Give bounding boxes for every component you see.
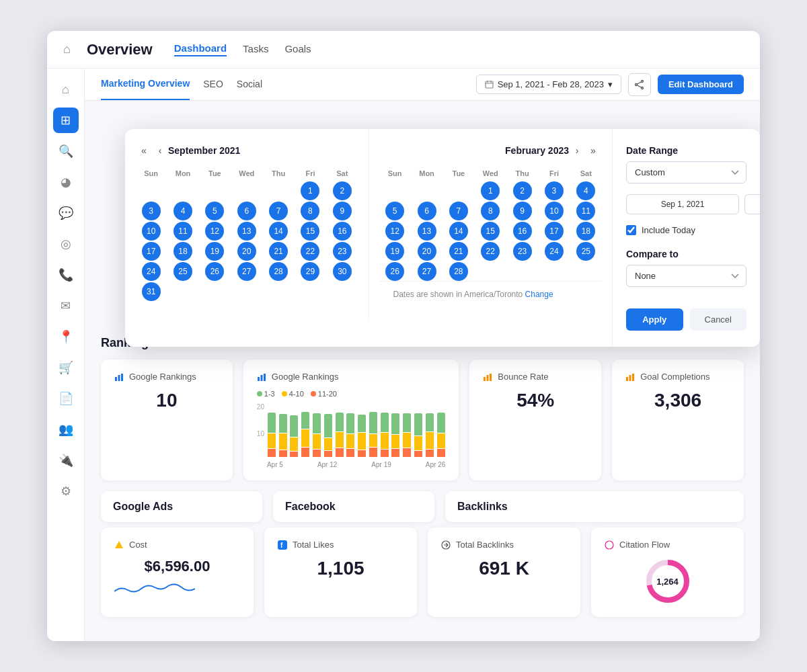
next-month-btn[interactable]: ›: [569, 142, 585, 159]
sub-nav-social[interactable]: Social: [237, 69, 262, 100]
sidebar-pie-icon[interactable]: ◕: [53, 169, 79, 195]
cal-day-15[interactable]: 15: [301, 222, 319, 241]
r-cal-day-9[interactable]: 9: [513, 202, 532, 220]
end-date-input[interactable]: [744, 194, 760, 214]
cal-day-8[interactable]: 8: [301, 202, 319, 220]
cal-day-23[interactable]: 23: [333, 242, 352, 261]
r-cal-day-16[interactable]: 16: [513, 222, 532, 241]
cal-day-3[interactable]: 3: [142, 202, 161, 220]
nav-tasks[interactable]: Tasks: [243, 43, 268, 56]
sidebar-email-icon[interactable]: ✉: [53, 293, 79, 319]
prev-prev-month-btn[interactable]: «: [136, 142, 152, 159]
r-cal-day-25[interactable]: 25: [576, 242, 595, 261]
cal-day-19[interactable]: 19: [205, 242, 224, 261]
cal-day-5[interactable]: 5: [205, 202, 224, 220]
cal-day-12[interactable]: 12: [205, 222, 224, 241]
r-cal-day-12[interactable]: 12: [385, 222, 404, 241]
cal-day-20[interactable]: 20: [237, 242, 256, 261]
date-range-select[interactable]: Custom Last 7 days Last 30 days Last 90 …: [626, 161, 746, 183]
cal-day-18[interactable]: 18: [174, 242, 192, 261]
sidebar-home-icon[interactable]: ⌂: [53, 77, 79, 102]
r-cal-day-7[interactable]: 7: [449, 202, 468, 220]
r-cal-day-17[interactable]: 17: [545, 222, 564, 241]
cal-day-16[interactable]: 16: [333, 222, 352, 241]
cal-day-26[interactable]: 26: [205, 262, 224, 281]
edit-dashboard-button[interactable]: Edit Dashboard: [658, 75, 744, 94]
total-backlinks-header: Total Backlinks: [441, 540, 567, 550]
r-cal-day-28[interactable]: 28: [449, 262, 468, 281]
r-cal-day-20[interactable]: 20: [418, 242, 436, 261]
r-cal-day-14[interactable]: 14: [449, 222, 468, 241]
include-today-checkbox[interactable]: [626, 225, 636, 235]
r-cal-day-5[interactable]: 5: [385, 202, 404, 220]
r-cal-day-1[interactable]: 1: [481, 181, 500, 200]
cal-day-22[interactable]: 22: [301, 242, 319, 261]
cal-day-14[interactable]: 14: [269, 222, 288, 241]
r-cal-day-18[interactable]: 18: [576, 222, 595, 241]
cal-day-1[interactable]: 1: [301, 181, 319, 200]
date-range-button[interactable]: Sep 1, 2021 - Feb 28, 2023 ▾: [476, 75, 621, 94]
start-date-input[interactable]: [626, 194, 739, 214]
prev-month-btn[interactable]: ‹: [152, 142, 168, 159]
r-cal-day-2[interactable]: 2: [513, 181, 532, 200]
sidebar-doc-icon[interactable]: 📄: [53, 386, 79, 411]
cancel-button[interactable]: Cancel: [690, 308, 747, 331]
sidebar-grid-icon[interactable]: ⊞: [53, 108, 79, 133]
r-cal-day-19[interactable]: 19: [385, 242, 404, 261]
sidebar-plug-icon[interactable]: 🔌: [53, 448, 79, 473]
cal-day-6[interactable]: 6: [237, 202, 256, 220]
next-next-month-btn[interactable]: »: [585, 142, 601, 159]
r-cal-day-24[interactable]: 24: [545, 242, 564, 261]
sidebar-phone-icon[interactable]: 📞: [53, 262, 79, 288]
cal-day-13[interactable]: 13: [237, 222, 256, 241]
cal-day-4[interactable]: 4: [174, 202, 192, 220]
cal-day-24[interactable]: 24: [142, 262, 161, 281]
cal-day-11[interactable]: 11: [174, 222, 192, 241]
left-calendar-grid: Sun Mon Tue Wed Thu Fri Sat: [136, 167, 358, 301]
r-cal-day-10[interactable]: 10: [545, 202, 564, 220]
sidebar-location-icon[interactable]: 📍: [53, 324, 79, 349]
cal-day-31[interactable]: 31: [142, 282, 161, 301]
sub-nav-seo[interactable]: SEO: [203, 69, 223, 100]
r-cal-day-26[interactable]: 26: [385, 262, 404, 281]
cal-day-7[interactable]: 7: [269, 202, 288, 220]
chart-card-header: Google Rankings: [257, 372, 446, 382]
cal-day-2[interactable]: 2: [333, 181, 352, 200]
cal-day-10[interactable]: 10: [142, 222, 161, 241]
r-cal-day-11[interactable]: 11: [576, 202, 595, 220]
cal-day-9[interactable]: 9: [333, 202, 352, 220]
home-icon[interactable]: ⌂: [63, 42, 71, 56]
sidebar-cart-icon[interactable]: 🛒: [53, 355, 79, 380]
sidebar-chat-icon[interactable]: 💬: [53, 200, 79, 226]
cal-day-17[interactable]: 17: [142, 242, 161, 261]
sidebar-users-icon[interactable]: 👥: [53, 417, 79, 442]
cal-day-29[interactable]: 29: [301, 262, 319, 281]
sidebar-target-icon[interactable]: ◎: [53, 231, 79, 257]
sub-nav-marketing[interactable]: Marketing Overview: [101, 69, 190, 100]
r-cal-day-22[interactable]: 22: [481, 242, 500, 261]
r-cal-day-6[interactable]: 6: [418, 202, 436, 220]
cal-day-27[interactable]: 27: [237, 262, 256, 281]
compare-select[interactable]: None Previous Period Previous Year: [626, 265, 746, 287]
r-cal-day-27[interactable]: 27: [418, 262, 436, 281]
r-cal-day-15[interactable]: 15: [481, 222, 500, 241]
r-cal-day-3[interactable]: 3: [545, 181, 564, 200]
sidebar-settings-icon[interactable]: ⚙: [53, 478, 79, 504]
datepicker-overlay: « ‹ September 2021 Sun Mon Tue Wed: [125, 129, 760, 347]
change-timezone-link[interactable]: Change: [525, 290, 553, 299]
cal-day-21[interactable]: 21: [269, 242, 288, 261]
cal-day-28[interactable]: 28: [269, 262, 288, 281]
cal-day-25[interactable]: 25: [174, 262, 192, 281]
r-cal-day-23[interactable]: 23: [513, 242, 532, 261]
r-cal-day-4[interactable]: 4: [576, 181, 595, 200]
nav-goals[interactable]: Goals: [284, 43, 311, 56]
r-cal-day-21[interactable]: 21: [449, 242, 468, 261]
cal-day-30[interactable]: 30: [333, 262, 352, 281]
r-cal-day-13[interactable]: 13: [418, 222, 436, 241]
sidebar-search-icon[interactable]: 🔍: [53, 138, 79, 164]
share-button[interactable]: [628, 73, 651, 96]
nav-dashboard[interactable]: Dashboard: [174, 42, 227, 56]
apply-button[interactable]: Apply: [626, 308, 683, 331]
goal-completions-header: Goal Completions: [625, 372, 730, 382]
r-cal-day-8[interactable]: 8: [481, 202, 500, 220]
